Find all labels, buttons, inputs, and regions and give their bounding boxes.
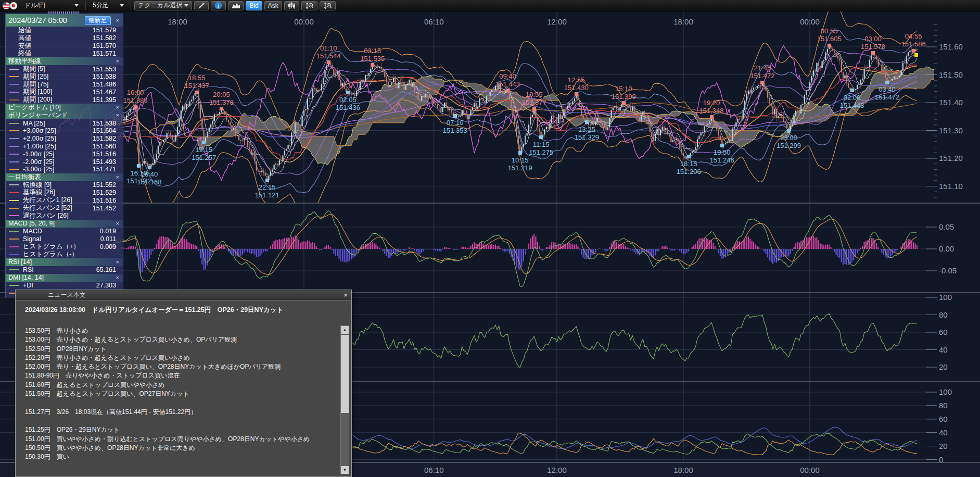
series-color-swatch (9, 169, 19, 170)
series-color-swatch (9, 84, 19, 85)
indicator-value: 0.019 (100, 228, 116, 235)
svg-text:0.05: 0.05 (939, 222, 954, 231)
indicator-label: +1.00σ [25] (23, 143, 93, 150)
series-color-swatch (9, 76, 19, 77)
technical-label: テクニカル選択 (138, 1, 182, 10)
indicator-row: +DI27.303 (6, 282, 123, 290)
close-indicator-button[interactable]: × (115, 174, 120, 180)
pair-label: ドル/円 (24, 1, 72, 10)
close-indicator-button[interactable]: × (115, 259, 120, 265)
indicator-value: 151.553 (93, 66, 116, 73)
indicator-panel: 2024/03/27 05:00 最新足 ×始値151.579高値151.582… (5, 14, 123, 297)
news-line: 153.50円 売り小さめ (25, 327, 334, 335)
close-indicator-button[interactable]: × (115, 275, 120, 281)
news-scroll-thumb[interactable] (341, 335, 349, 413)
pair-selector[interactable]: ドル/円 (21, 1, 82, 10)
svg-text:151.60: 151.60 (939, 42, 963, 51)
series-color-swatch (9, 192, 19, 193)
news-body[interactable]: 153.50円 売り小さめ153.00円 売り小さめ・超えるとストップロス買い小… (25, 327, 334, 475)
ohlc-row: 終値151.571 (6, 49, 123, 57)
news-title: ニュース本文 (48, 291, 340, 299)
indicator-label: -1.00σ [25] (23, 150, 93, 158)
indicator-label: RSI (23, 266, 96, 273)
indicator-section-title: MACD [5, 20, 9] (8, 220, 115, 227)
indicator-row: +3.00σ [25]151.604 (6, 127, 123, 135)
indicator-value: 151.467 (93, 89, 116, 96)
svg-text:00:00: 00:00 (294, 17, 314, 26)
latest-bar-button[interactable]: 最新足 (85, 16, 111, 25)
close-indicator-button[interactable]: × (115, 58, 120, 64)
indicator-section-title: RSI [14] (8, 258, 115, 266)
news-line: 151.27円 3/26 18:03現在（高値151.44円 - 安値151.2… (25, 408, 334, 417)
area-chart-button[interactable] (228, 1, 244, 10)
series-color-swatch (9, 138, 19, 139)
close-indicator-button[interactable]: × (115, 221, 120, 227)
news-scroll-up-button[interactable]: ▲ (341, 326, 349, 334)
indicator-value: 151.582 (93, 135, 116, 142)
svg-text:06:10: 06:10 (424, 466, 444, 474)
news-scroll-down-button[interactable]: ▼ (341, 466, 349, 474)
draw-tool-button[interactable] (194, 1, 209, 10)
ask-button[interactable]: Ask (264, 1, 282, 10)
indicator-value: 151.552 (93, 181, 116, 189)
svg-text:80: 80 (939, 310, 948, 319)
dropdown-arrow-icon (74, 4, 79, 7)
indicator-section-header: 移動平均線× (6, 57, 123, 65)
pencil-icon (198, 2, 205, 9)
series-color-swatch (9, 99, 19, 101)
panel-drag-handle[interactable] (48, 11, 80, 14)
news-line (25, 417, 334, 425)
svg-text:100: 100 (939, 293, 952, 302)
info-icon: i (214, 2, 222, 9)
info-button[interactable]: i (211, 1, 226, 10)
indicator-value: 151.395 (93, 96, 116, 104)
news-line: 152.20円 売り小さめ・超えるとストップロス買い小さめ (25, 354, 334, 362)
close-indicator-button[interactable]: × (115, 105, 120, 110)
indicator-row: 期間 [75]151.486 (6, 81, 123, 89)
close-indicator-button[interactable]: × (115, 18, 120, 23)
svg-text:20: 20 (939, 442, 948, 450)
series-color-swatch (9, 269, 19, 270)
news-close-button[interactable]: × (340, 291, 351, 299)
series-color-swatch (9, 246, 19, 247)
bid-label: Bid (249, 2, 258, 9)
series-color-swatch (9, 154, 19, 155)
vertical-zoom-in-button[interactable] (320, 1, 336, 10)
timeframe-label: 5分足 (93, 1, 118, 10)
series-color-swatch (9, 285, 19, 286)
indicator-label: +2.00σ [25] (23, 135, 93, 142)
news-headline: 2024/03/26 18:03:00 ドル円リアルタイムオーダー＝151.25… (16, 300, 351, 315)
indicator-row: +2.00σ [25]151.582 (6, 135, 123, 143)
indicator-value: 151.560 (93, 143, 116, 150)
news-titlebar[interactable]: ニュース本文 × (16, 290, 351, 300)
indicator-section-header: DMI [14, 14]× (6, 274, 123, 282)
indicator-section-header: MACD [5, 20, 9]× (6, 220, 123, 228)
news-line: 151.00円 買いやや小さめ・割り込むとストップロス売りやや小さめ、OP28日… (25, 435, 334, 444)
svg-text:12:00: 12:00 (547, 17, 567, 26)
vertical-zoom-out-button[interactable] (301, 1, 317, 10)
indicator-value: 151.452 (93, 205, 116, 212)
svg-text:20: 20 (939, 362, 948, 371)
ohlc-row: 高値151.582 (6, 34, 123, 42)
trading-app-window: 18:0000:0006:1012:0018:0000:0018:0000:00… (0, 0, 980, 477)
indicator-section-header: 一目均衡表× (6, 173, 123, 181)
svg-text:18:00: 18:00 (673, 466, 693, 474)
svg-text:100: 100 (939, 387, 952, 396)
timeframe-selector[interactable]: 5分足 (89, 1, 128, 10)
bid-button[interactable]: Bid (246, 1, 262, 10)
indicator-section-title: ボリンジャーバンド (8, 111, 115, 120)
news-line: 150.30円 買い (25, 453, 334, 461)
indicator-label: 遅行スパン [26] (23, 211, 116, 220)
close-indicator-button[interactable]: × (115, 112, 120, 118)
news-scrollbar[interactable]: ▲ ▼ (340, 325, 349, 474)
indicator-value: 151.486 (93, 81, 116, 88)
indicator-label: -3.00σ [25] (23, 166, 93, 173)
candlestick-mode-button[interactable] (284, 1, 299, 10)
news-line: 152.00円 売り・超えるとストップロス買い、OP28日NYカット大きめほかO… (25, 362, 334, 371)
series-color-swatch (9, 231, 19, 232)
indicator-row: -3.00σ [25]151.471 (6, 166, 123, 173)
indicator-value: 151.529 (93, 189, 116, 196)
ask-label: Ask (268, 2, 278, 9)
technical-select-button[interactable]: テクニカル選択 (134, 1, 192, 10)
series-color-swatch (9, 184, 19, 185)
